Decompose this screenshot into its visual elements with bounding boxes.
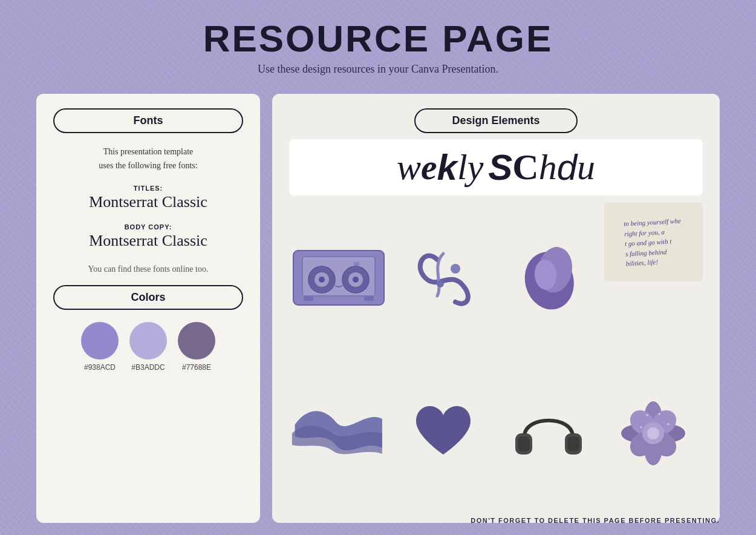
element-wave — [289, 359, 388, 508]
page-subtitle: Use these design resources in your Canva… — [203, 63, 553, 76]
blob-icon — [512, 241, 585, 314]
page-wrapper: RESOURCE PAGE Use these design resources… — [0, 0, 756, 535]
footer-text: DON'T FORGET TO DELETE THIS PAGE BEFORE … — [471, 517, 720, 524]
right-panel: Design Elements w e k l y S C h d u — [272, 94, 720, 523]
typo-u: u — [577, 146, 595, 188]
svg-point-33 — [659, 413, 660, 415]
element-blob — [499, 203, 598, 352]
color-hex-2: #B3ADDC — [131, 363, 165, 372]
svg-point-12 — [437, 280, 444, 287]
main-content: Fonts This presentation template uses th… — [36, 94, 720, 523]
svg-point-31 — [647, 427, 659, 439]
element-flower — [604, 359, 703, 508]
element-headphones — [499, 359, 598, 508]
headphones-icon — [509, 397, 588, 470]
ribbon-icon — [407, 241, 480, 314]
fonts-description: This presentation template uses the foll… — [99, 145, 197, 172]
svg-point-11 — [451, 264, 460, 274]
elements-grid: 60 — [289, 203, 703, 508]
fonts-badge: Fonts — [53, 108, 243, 133]
cassette-icon: 60 — [290, 245, 387, 311]
color-swatch-1: #938ACD — [81, 322, 119, 372]
typo-y: y — [468, 146, 484, 188]
svg-point-32 — [646, 414, 648, 416]
body-label: BODY COPY: — [89, 223, 207, 231]
color-swatches: #938ACD #B3ADDC #77688E — [81, 322, 215, 372]
svg-point-5 — [319, 277, 325, 283]
titles-font-name: Montserrat Classic — [89, 193, 207, 211]
design-elements-badge: Design Elements — [414, 108, 577, 133]
typo-c: C — [512, 146, 538, 188]
color-circle-3 — [178, 322, 215, 359]
page-title: RESOURCE PAGE — [203, 18, 553, 59]
left-panel: Fonts This presentation template uses th… — [36, 94, 260, 523]
svg-rect-20 — [516, 435, 532, 453]
color-swatch-3: #77688E — [178, 322, 215, 372]
typo-k: k — [437, 146, 457, 188]
svg-rect-21 — [565, 435, 581, 453]
body-font-name: Montserrat Classic — [89, 232, 207, 250]
color-swatch-2: #B3ADDC — [129, 322, 167, 372]
heart-icon — [407, 397, 480, 470]
body-font-entry: BODY COPY: Montserrat Classic — [89, 223, 207, 250]
element-ribbon — [394, 203, 494, 352]
color-hex-3: #77688E — [182, 363, 211, 372]
flower-icon — [617, 397, 689, 470]
svg-point-35 — [667, 423, 670, 425]
svg-rect-10 — [364, 296, 374, 301]
color-circle-1 — [81, 322, 119, 359]
color-hex-1: #938ACD — [84, 363, 116, 372]
svg-rect-9 — [304, 296, 313, 301]
titles-label: TITLES: — [89, 185, 207, 192]
svg-point-34 — [640, 427, 642, 428]
typo-l: l — [457, 146, 468, 188]
typography-row: w e k l y S C h d u — [289, 139, 703, 195]
typo-w: w — [397, 146, 421, 188]
header: RESOURCE PAGE Use these design resources… — [203, 18, 553, 76]
handwriting-text: to being yourself whe right for you, a t… — [624, 216, 683, 269]
colors-badge: Colors — [53, 285, 243, 310]
element-heart — [394, 359, 494, 508]
typo-h: h — [539, 146, 557, 188]
element-handwriting: to being yourself whe right for you, a t… — [604, 203, 703, 281]
titles-font-entry: TITLES: Montserrat Classic — [89, 185, 207, 211]
color-circle-2 — [129, 322, 167, 359]
fonts-online-text: You can find these fonts online too. — [88, 264, 209, 274]
element-cassette: 60 — [289, 203, 388, 352]
typo-e: e — [421, 146, 437, 188]
typo-d: d — [557, 146, 577, 188]
typo-s: S — [488, 146, 512, 188]
wave-icon — [289, 394, 388, 473]
svg-point-8 — [353, 277, 359, 283]
